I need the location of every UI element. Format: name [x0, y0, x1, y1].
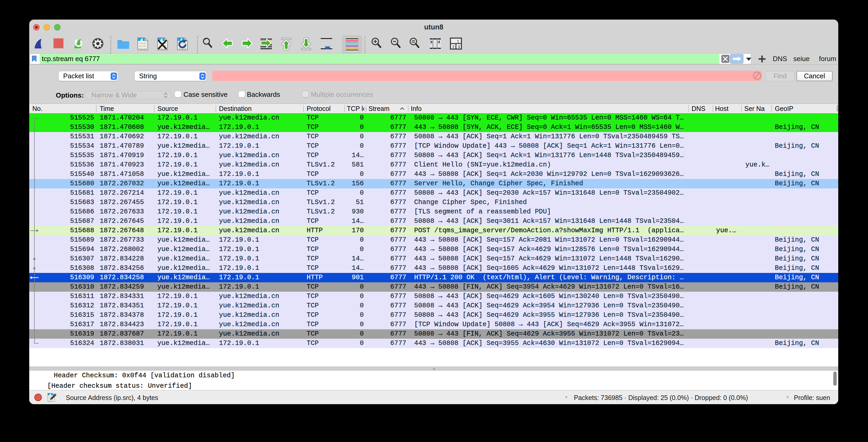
svg-text:0110: 0110: [49, 400, 53, 402]
svg-text:1: 1: [457, 39, 459, 43]
svg-text:2: 2: [452, 44, 454, 49]
svg-text:01110: 01110: [139, 47, 147, 50]
svg-text:3: 3: [458, 44, 460, 49]
